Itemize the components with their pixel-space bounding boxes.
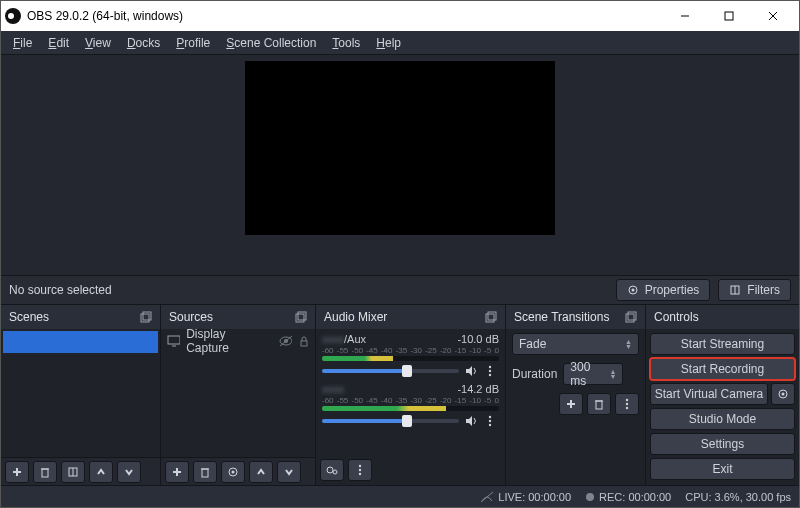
plus-icon xyxy=(565,398,577,410)
svg-point-43 xyxy=(359,469,361,471)
volume-slider[interactable] xyxy=(322,419,459,423)
signal-icon xyxy=(480,491,494,503)
obs-logo-icon xyxy=(5,8,21,24)
filters-button[interactable]: Filters xyxy=(718,279,791,301)
filter-icon xyxy=(67,466,79,478)
chevron-down-icon xyxy=(283,466,295,478)
display-icon xyxy=(167,335,180,347)
status-recording: REC: 00:00:00 xyxy=(585,491,671,503)
popout-icon[interactable] xyxy=(625,311,637,323)
preview-canvas[interactable] xyxy=(245,61,555,235)
add-source-button[interactable] xyxy=(165,461,189,483)
svg-point-51 xyxy=(626,399,628,401)
popout-icon[interactable] xyxy=(140,311,152,323)
remove-scene-button[interactable] xyxy=(33,461,57,483)
remove-source-button[interactable] xyxy=(193,461,217,483)
close-button[interactable] xyxy=(751,1,795,31)
menu-scene-collection[interactable]: Scene Collection xyxy=(220,34,322,52)
properties-button[interactable]: Properties xyxy=(616,279,711,301)
docks-area: Scenes Sources Dis xyxy=(1,305,799,485)
app-window: OBS 29.0.2 (64-bit, windows) File Edit V… xyxy=(0,0,800,508)
scene-filter-button[interactable] xyxy=(61,461,85,483)
virtual-camera-settings-button[interactable] xyxy=(771,383,795,405)
svg-point-41 xyxy=(333,470,337,474)
svg-point-57 xyxy=(586,493,594,501)
dots-vertical-icon[interactable] xyxy=(485,365,499,377)
status-rec-text: REC: 00:00:00 xyxy=(599,491,671,503)
filters-icon xyxy=(729,284,741,296)
svg-rect-26 xyxy=(202,469,208,477)
start-virtual-camera-button[interactable]: Start Virtual Camera xyxy=(650,383,768,405)
settings-button[interactable]: Settings xyxy=(650,433,795,455)
mixer-track: xxxx/Aux-10.0 dB -60-55-50-45-40-35-30-2… xyxy=(316,329,505,379)
record-dot-icon xyxy=(585,492,595,502)
visibility-icon[interactable] xyxy=(279,335,292,347)
popout-icon[interactable] xyxy=(295,311,307,323)
transitions-header: Scene Transitions xyxy=(506,305,645,329)
svg-point-37 xyxy=(489,416,491,418)
filters-label: Filters xyxy=(747,283,780,297)
menu-view[interactable]: View xyxy=(79,34,117,52)
move-source-down-button[interactable] xyxy=(277,461,301,483)
duration-label: Duration xyxy=(512,367,557,381)
svg-point-40 xyxy=(327,467,333,473)
scenes-title: Scenes xyxy=(9,310,49,324)
add-transition-button[interactable] xyxy=(559,393,583,415)
audio-meter xyxy=(322,356,499,361)
no-source-label: No source selected xyxy=(9,283,112,297)
menu-profile[interactable]: Profile xyxy=(170,34,216,52)
gears-icon xyxy=(325,464,339,476)
stepper-arrows-icon: ▲▼ xyxy=(625,339,632,349)
source-properties-button[interactable] xyxy=(221,461,245,483)
transition-menu-button[interactable] xyxy=(615,393,639,415)
gear-icon xyxy=(227,466,239,478)
start-streaming-button[interactable]: Start Streaming xyxy=(650,333,795,355)
move-scene-up-button[interactable] xyxy=(89,461,113,483)
start-recording-button[interactable]: Start Recording xyxy=(650,358,795,380)
svg-rect-9 xyxy=(143,312,151,320)
plus-icon xyxy=(11,466,23,478)
menu-edit[interactable]: Edit xyxy=(42,34,75,52)
lock-icon[interactable] xyxy=(298,335,309,347)
svg-rect-1 xyxy=(725,12,733,20)
audio-mixer-dock: Audio Mixer xxxx/Aux-10.0 dB -60-55-50-4… xyxy=(316,305,506,485)
volume-slider[interactable] xyxy=(322,369,459,373)
move-scene-down-button[interactable] xyxy=(117,461,141,483)
source-item[interactable]: Display Capture xyxy=(161,329,315,353)
speaker-icon[interactable] xyxy=(465,365,479,377)
scenes-dock: Scenes xyxy=(1,305,161,485)
studio-mode-button[interactable]: Studio Mode xyxy=(650,408,795,430)
transitions-dock: Scene Transitions Fade ▲▼ Duration 300 m… xyxy=(506,305,646,485)
move-source-up-button[interactable] xyxy=(249,461,273,483)
preview-area xyxy=(1,55,799,275)
speaker-icon[interactable] xyxy=(465,415,479,427)
menu-help[interactable]: Help xyxy=(370,34,407,52)
gear-icon xyxy=(627,284,639,296)
svg-point-5 xyxy=(631,289,634,292)
chevron-up-icon xyxy=(255,466,267,478)
trash-icon xyxy=(39,466,51,478)
svg-marker-36 xyxy=(466,416,472,426)
svg-rect-8 xyxy=(141,314,149,322)
remove-transition-button[interactable] xyxy=(587,393,611,415)
exit-button[interactable]: Exit xyxy=(650,458,795,480)
transition-select[interactable]: Fade ▲▼ xyxy=(512,333,639,355)
mixer-menu-button[interactable] xyxy=(348,459,372,481)
scene-item-selected[interactable] xyxy=(3,331,158,353)
menu-file[interactable]: File xyxy=(7,34,38,52)
popout-icon[interactable] xyxy=(485,311,497,323)
duration-input[interactable]: 300 ms ▲▼ xyxy=(563,363,623,385)
source-toolbar: No source selected Properties Filters xyxy=(1,275,799,305)
svg-rect-18 xyxy=(168,336,180,344)
menubar: File Edit View Docks Profile Scene Colle… xyxy=(1,31,799,55)
status-connection: LIVE: 00:00:00 xyxy=(480,491,571,503)
dots-vertical-icon[interactable] xyxy=(485,415,499,427)
menu-tools[interactable]: Tools xyxy=(326,34,366,52)
mixer-advanced-button[interactable] xyxy=(320,459,344,481)
menu-docks[interactable]: Docks xyxy=(121,34,166,52)
sources-title: Sources xyxy=(169,310,213,324)
add-scene-button[interactable] xyxy=(5,461,29,483)
mixer-header: Audio Mixer xyxy=(316,305,505,329)
minimize-button[interactable] xyxy=(663,1,707,31)
maximize-button[interactable] xyxy=(707,1,751,31)
